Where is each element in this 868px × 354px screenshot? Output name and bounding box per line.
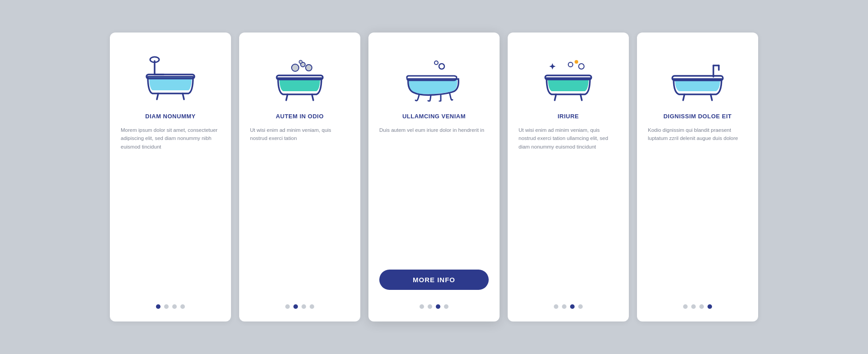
dot [302,304,306,309]
dot [172,304,177,309]
bathtub-icon-1 [139,50,202,104]
bathtub-icon-2 [268,50,331,104]
dot [285,304,290,309]
dot [310,304,314,309]
svg-line-12 [312,94,313,100]
card-1-dots [156,304,185,309]
dot [554,304,558,309]
card-3-text: Duis autem vel eum iriure dolor in hendr… [379,126,489,261]
card-4-text: Ut wisi enim ad minim veniam, quis nostr… [519,126,618,294]
svg-point-6 [292,64,299,71]
dot [699,304,704,309]
card-4-dots [554,304,583,309]
card-3-dots [420,304,448,309]
svg-line-4 [157,93,158,99]
card-1-text: Morem ipsum dolor sit amet, consectetuer… [121,126,220,294]
card-2-text: Ut wisi enim ad minim veniam, quis nostr… [250,126,349,294]
card-5-title: DIGNISSIM DOLOE EIT [663,113,731,120]
dot [562,304,566,309]
svg-point-8 [306,65,312,71]
svg-point-9 [299,61,302,64]
more-info-button[interactable]: MORE INFO [379,270,489,290]
card-2-title: AUTEM IN ODIO [276,113,324,120]
card-5-dots [683,304,712,309]
bathtub-icon-4 [537,50,600,104]
svg-line-5 [183,93,184,99]
card-3-title: ULLAMCING VENIAM [402,113,466,120]
svg-point-15 [568,62,573,67]
dot [156,304,160,309]
card-1-title: DIAM NONUMMY [145,113,195,120]
dot [164,304,169,309]
cards-container: DIAM NONUMMY Morem ipsum dolor sit amet,… [83,14,785,340]
dot [570,304,575,309]
svg-point-14 [434,61,438,65]
dot [578,304,583,309]
svg-point-13 [439,64,444,69]
svg-line-26 [711,94,712,100]
card-2-dots [285,304,314,309]
card-5: DIGNISSIM DOLOE EIT Kodio dignissim qui … [637,33,758,321]
card-2: AUTEM IN ODIO Ut wisi enim ad minim veni… [239,33,360,321]
svg-line-20 [580,94,582,100]
svg-line-11 [286,94,288,100]
bathtub-icon-5 [666,50,729,104]
dot [428,304,432,309]
svg-point-16 [575,60,578,64]
dot [444,304,448,309]
svg-rect-24 [672,76,723,80]
dot [293,304,298,309]
dot [708,304,712,309]
dot [436,304,440,309]
card-5-text: Kodio dignissim qui blandit praesent lup… [648,126,747,294]
svg-point-17 [579,64,584,69]
dot [691,304,696,309]
card-1: DIAM NONUMMY Morem ipsum dolor sit amet,… [110,33,231,321]
svg-line-19 [555,94,556,100]
card-4-title: IRIURE [557,113,579,120]
card-4: IRIURE Ut wisi enim ad minim veniam, qui… [508,33,629,321]
dot [420,304,424,309]
dot [180,304,185,309]
svg-line-25 [683,94,684,100]
card-3: ULLAMCING VENIAM Duis autem vel eum iriu… [368,33,500,321]
dot [683,304,688,309]
bathtub-icon-3 [402,50,466,104]
